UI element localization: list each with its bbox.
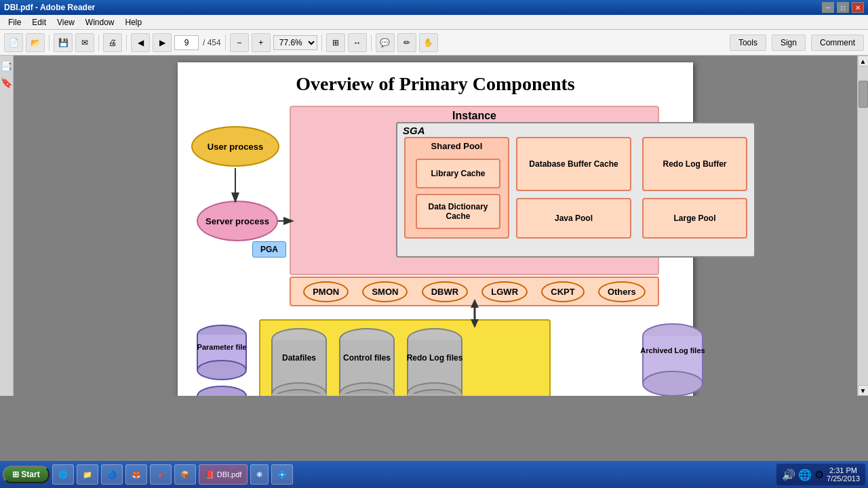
sign-button[interactable]: Sign [772, 35, 806, 51]
large-pool-box: Large Pool [642, 198, 747, 239]
prev-page-button[interactable]: ◀ [131, 33, 150, 52]
taskbar-item-ie[interactable]: 🌐 [52, 464, 74, 485]
comment-button[interactable]: Comment [811, 35, 864, 51]
scroll-up-button[interactable]: ▲ [858, 56, 869, 66]
tray-icon-1[interactable]: 🔊 [782, 468, 795, 481]
scroll-thumb[interactable] [859, 81, 868, 108]
separator-2 [98, 35, 99, 51]
instance-box: Instance SGA Shared Pool Library Cache [290, 106, 659, 275]
bookmark-icon[interactable]: 🔖 [1, 77, 12, 88]
library-cache-box: Library Cache [416, 159, 500, 188]
control-files-cylinder: Control files [336, 326, 397, 396]
taskbar-item-app3[interactable]: ❋ [250, 464, 269, 485]
pdf-viewer[interactable]: Overview of Primary Components Instance … [14, 56, 857, 396]
open-button[interactable]: 📂 [26, 33, 45, 52]
menu-file[interactable]: File [3, 16, 26, 28]
tray-icon-3[interactable]: ⚙ [814, 468, 824, 481]
redo-log-files-cylinder: Redo Log files [404, 326, 465, 396]
menu-window[interactable]: Window [80, 16, 120, 28]
library-cache-label: Library Cache [431, 169, 485, 178]
menu-view[interactable]: View [52, 16, 80, 28]
fit-width-button[interactable]: ↔ [348, 33, 367, 52]
separator-4 [225, 35, 226, 51]
taskbar-item-app1[interactable]: 🔺 [150, 464, 172, 485]
minimize-button[interactable]: ─ [822, 2, 834, 13]
others-oval: Others [598, 281, 646, 302]
sga-label: SGA [403, 125, 425, 136]
taskbar-item-acrobat[interactable]: 📕 DBI.pdf [199, 464, 248, 485]
system-time: 2:31 PM 7/25/2013 [827, 466, 860, 483]
comment-bubble-button[interactable]: 💬 [376, 33, 395, 52]
svg-rect-23 [340, 394, 394, 396]
close-button[interactable]: ✕ [852, 2, 864, 13]
hand-button[interactable]: ✋ [419, 33, 438, 52]
data-dict-cache-box: Data Dictionary Cache [416, 194, 500, 229]
next-page-button[interactable]: ▶ [153, 33, 172, 52]
db-buffer-cache-label: Database Buffer Cache [529, 159, 618, 169]
page-number-input[interactable] [174, 35, 199, 50]
separator-5 [321, 35, 322, 51]
large-pool-label: Large Pool [673, 214, 715, 223]
ie-icon: 🌐 [58, 470, 68, 479]
zoom-in-button[interactable]: + [252, 33, 271, 52]
shared-pool-label: Shared Pool [406, 138, 508, 154]
zoom-out-button[interactable]: − [230, 33, 249, 52]
redo-log-buffer-box: Redo Log Buffer [642, 137, 747, 191]
taskbar-item-app4[interactable]: 💠 [271, 464, 293, 485]
data-dict-cache-label: Data Dictionary Cache [417, 202, 499, 221]
archived-log-cylinder: Archived Log files [639, 323, 707, 396]
folder-icon: 📁 [83, 470, 92, 479]
taskbar: ⊞ Start 🌐 📁 🔵 🦊 🔺 📦 📕 DBI.pdf ❋ 💠 🔊 🌐 ⚙ … [0, 461, 868, 488]
app1-icon: 🔺 [156, 470, 165, 479]
menu-help[interactable]: Help [120, 16, 148, 28]
maximize-button[interactable]: □ [837, 2, 849, 13]
firefox-icon: 🦊 [132, 470, 141, 479]
java-pool-label: Java Pool [555, 214, 593, 223]
tools-button[interactable]: Tools [730, 35, 766, 51]
pages-icon[interactable]: 📑 [1, 61, 12, 72]
app2-icon: 📦 [180, 470, 190, 479]
taskbar-item-folder[interactable]: 📁 [77, 464, 98, 485]
taskbar-item-browser[interactable]: 🔵 [101, 464, 123, 485]
archived-log-svg [639, 323, 707, 396]
smon-oval: SMON [362, 281, 408, 302]
separator-6 [371, 35, 372, 51]
toolbar: 📄 📂 💾 ✉ 🖨 ◀ ▶ / 454 − + 77.6% 50% 100% 1… [0, 30, 868, 56]
parameter-cylinder-svg [195, 323, 249, 384]
pga-label: PGA [260, 245, 278, 254]
browser-icon: 🔵 [107, 470, 117, 479]
app4-icon: 💠 [277, 470, 287, 479]
svg-point-2 [197, 361, 246, 380]
database-section: Parameter file [191, 316, 707, 396]
start-button[interactable]: ⊞ Start [3, 466, 50, 483]
datafiles-label: Datafiles [269, 353, 329, 363]
taskbar-item-app2[interactable]: 📦 [174, 464, 196, 485]
tray-icon-2[interactable]: 🌐 [798, 468, 812, 481]
db-cylinders: Datafiles [260, 321, 549, 396]
db-buffer-cache-box: Database Buffer Cache [516, 137, 631, 191]
scroll-track[interactable] [858, 66, 868, 385]
password-file-cylinder: Password file [191, 384, 252, 396]
new-button[interactable]: 📄 [4, 33, 23, 52]
datafiles-cylinder: Datafiles [269, 326, 330, 396]
save-button[interactable]: 💾 [54, 33, 73, 52]
scroll-down-button[interactable]: ▼ [858, 385, 869, 396]
left-sidebar: 📑 🔖 [0, 56, 14, 396]
archived-log-label: Archived Log files [640, 346, 705, 354]
taskbar-item-firefox[interactable]: 🦊 [125, 464, 147, 485]
zoom-select[interactable]: 77.6% 50% 100% 150% [273, 35, 317, 50]
shared-pool: Shared Pool Library Cache Data Dictionar… [404, 137, 509, 239]
menu-edit[interactable]: Edit [26, 16, 52, 28]
acrobat-icon: 📕 [205, 470, 214, 479]
fit-page-button[interactable]: ⊞ [326, 33, 345, 52]
email-button[interactable]: ✉ [75, 33, 94, 52]
parameter-file-cylinder: Parameter file [191, 323, 252, 384]
markup-button[interactable]: ✏ [397, 33, 416, 52]
pga-badge: PGA [252, 241, 286, 258]
left-file-cylinders: Parameter file [191, 323, 252, 396]
dbwr-oval: DBWR [422, 281, 468, 302]
svg-point-5 [197, 386, 246, 396]
server-process-label: Server process [205, 216, 269, 226]
print-button[interactable]: 🖨 [103, 33, 122, 52]
redo-log-buffer-label: Redo Log Buffer [663, 159, 727, 169]
